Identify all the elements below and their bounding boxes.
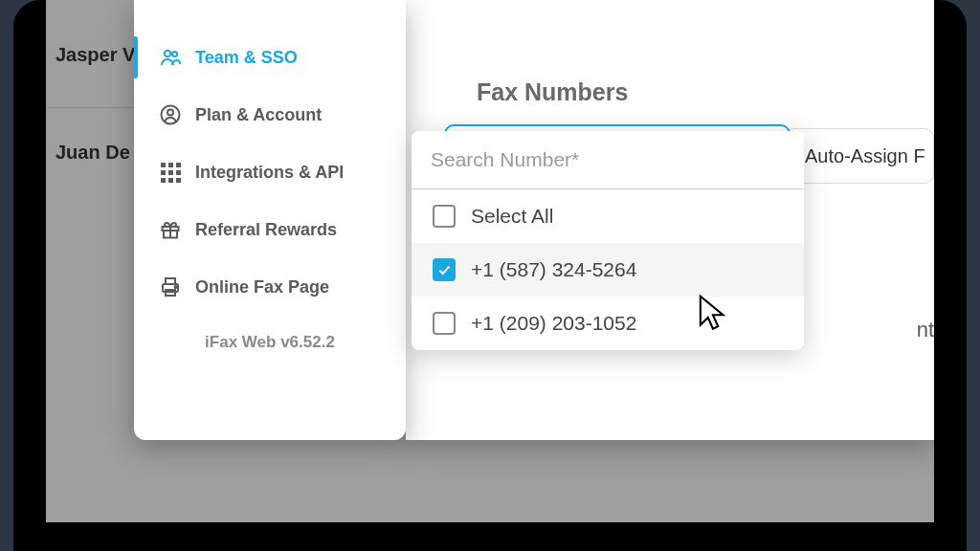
- sidebar-item-label: Referral Rewards: [195, 220, 337, 240]
- fax-number-option[interactable]: +1 (209) 203-1052: [412, 297, 804, 350]
- device-frame: Jasper V Juan De Team & SSO Plan & Accou…: [13, 0, 967, 551]
- auto-assign-label: Auto-Assign F: [805, 145, 925, 167]
- fax-number-dropdown: Select All +1 (587) 324-5264 +1 (209) 20…: [412, 131, 804, 350]
- section-title: Fax Numbers: [477, 78, 628, 106]
- search-container: [412, 131, 804, 189]
- fax-number-option[interactable]: +1 (587) 324-5264: [412, 243, 804, 297]
- option-label: Select All: [471, 205, 553, 228]
- svg-point-1: [172, 52, 177, 56]
- sidebar-item-integrations-api[interactable]: Integrations & API: [134, 143, 406, 201]
- gift-icon: [159, 218, 182, 241]
- option-label: +1 (209) 203-1052: [471, 312, 636, 335]
- search-input[interactable]: [431, 148, 785, 171]
- fax-icon: [159, 276, 182, 298]
- sidebar-item-label: Plan & Account: [195, 105, 322, 125]
- settings-sidebar: Team & SSO Plan & Account Integrations &…: [134, 0, 406, 440]
- sidebar-item-team-sso[interactable]: Team & SSO: [134, 29, 406, 86]
- auto-assign-button[interactable]: Auto-Assign F: [785, 128, 934, 184]
- svg-point-10: [175, 286, 177, 288]
- cursor-icon: [697, 294, 729, 334]
- checkbox-checked[interactable]: [433, 258, 456, 281]
- checkbox-unchecked[interactable]: [433, 312, 456, 335]
- sidebar-item-online-fax-page[interactable]: Online Fax Page: [134, 258, 406, 316]
- account-icon: [159, 103, 182, 126]
- sidebar-item-referral-rewards[interactable]: Referral Rewards: [134, 201, 406, 258]
- svg-point-3: [167, 110, 173, 116]
- sidebar-item-label: Online Fax Page: [195, 277, 329, 298]
- partial-text: nt: [917, 318, 934, 342]
- team-icon: [159, 46, 182, 69]
- grid-icon: [159, 161, 182, 184]
- sidebar-item-label: Integrations & API: [195, 163, 344, 183]
- option-label: +1 (587) 324-5264: [471, 258, 636, 281]
- select-all-option[interactable]: Select All: [412, 189, 804, 243]
- svg-point-0: [165, 51, 170, 56]
- sidebar-item-label: Team & SSO: [195, 48, 298, 68]
- checkbox-unchecked[interactable]: [433, 205, 456, 228]
- sidebar-item-plan-account[interactable]: Plan & Account: [134, 86, 406, 143]
- screen: Jasper V Juan De Team & SSO Plan & Accou…: [46, 0, 934, 522]
- app-version: iFax Web v6.52.2: [134, 333, 406, 352]
